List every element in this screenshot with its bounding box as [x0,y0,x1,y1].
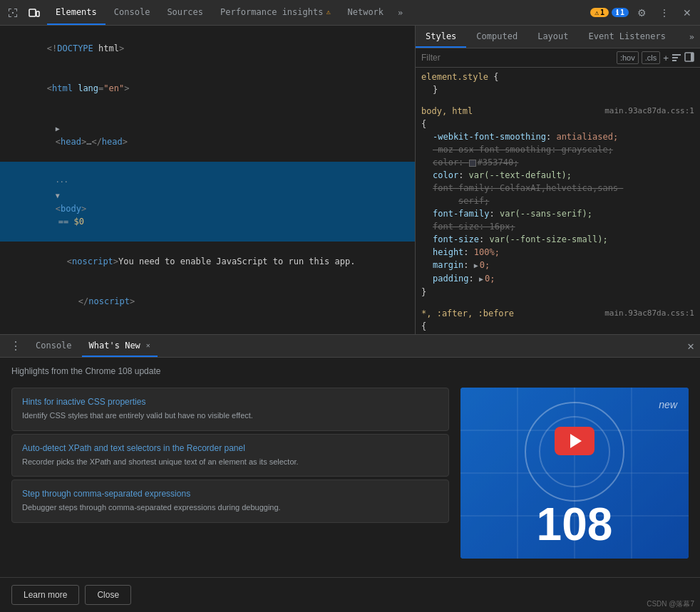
tab-elements[interactable]: Elements [47,0,105,25]
whats-new-content: Highlights from the Chrome 108 update Hi… [0,358,700,577]
devtools-toolbar: Elements Console Sources Performance ins… [0,0,700,26]
video-number: 108 [537,502,613,547]
feature-desc: Recorder picks the XPath and shortest un… [22,456,438,468]
tab-whats-new[interactable]: What's New ✕ [82,335,158,357]
footer-credit: CSDN @落幕7 [647,599,694,609]
tab-layout[interactable]: Layout [527,26,578,48]
html-line[interactable]: <html lang="en"> [0,68,415,108]
toggle-sidebar-btn[interactable] [684,52,694,64]
tab-network[interactable]: Network [339,0,392,25]
tab-computed[interactable]: Computed [466,26,527,48]
css-rule-element-style: element.style { } [421,71,694,96]
feature-title: Hints for inactive CSS properties [22,397,438,407]
bottom-toolbar: ⋮ Console What's New ✕ ✕ [0,335,700,358]
feature-card-step-through[interactable]: Step through comma-separated expressions… [11,479,449,523]
whats-new-header: Highlights from the Chrome 108 update [11,366,689,376]
performance-icon: ⚠ [326,8,330,16]
html-line-body[interactable]: ··· ▼ <body> == $0 [0,162,415,242]
tab-event-listeners[interactable]: Event Listeners [579,26,676,48]
learn-more-btn[interactable]: Learn more [11,585,79,605]
html-line[interactable]: </noscript> [0,281,415,321]
tab-sources[interactable]: Sources [158,0,212,25]
toolbar-icons [3,3,44,23]
hov-filter-btn[interactable]: :hov [617,51,639,64]
tab-console-bottom[interactable]: Console [29,335,79,357]
settings-btn[interactable]: ⚙ [632,3,652,23]
close-devtools-btn[interactable]: ✕ [677,3,697,23]
toolbar-right: ⚠1 ℹ1 ⚙ ⋮ ✕ [590,3,697,23]
tab-console[interactable]: Console [105,0,159,25]
filter-icons: :hov .cls + [617,51,694,64]
play-triangle [570,434,582,448]
svg-rect-1 [36,11,39,16]
close-whats-new-tab[interactable]: ✕ [146,341,150,349]
video-badge: new [659,399,677,410]
new-style-rule-btn[interactable] [671,52,681,64]
styles-filter-bar: :hov .cls + [416,48,700,68]
svg-rect-2 [672,54,681,56]
styles-tabs: Styles Computed Layout Event Listeners » [416,26,700,48]
bottom-actions: Learn more Close [0,577,700,612]
device-toolbar-btn[interactable] [24,3,44,23]
add-style-btn[interactable]: + [663,53,669,63]
feature-cards: Hints for inactive CSS properties Identi… [11,388,689,569]
css-file-link[interactable]: main.93ac87da.css:1 [604,105,694,118]
tab-performance[interactable]: Performance insights ⚠ [212,0,339,25]
more-options-btn[interactable]: ⋮ [654,3,674,23]
video-play-btn[interactable] [555,427,595,455]
css-file-link-2[interactable]: main.93ac87da.css:1 [604,307,694,320]
feature-desc: Debugger steps through comma-separated e… [22,502,438,514]
feature-desc: Identify CSS styles that are entirely va… [22,410,438,422]
svg-rect-6 [691,53,694,61]
html-line[interactable]: <!DOCTYPE html> [0,28,415,68]
css-rule-body-html: body, html main.93ac87da.css:1 { -webkit… [421,105,694,299]
more-style-tabs-btn[interactable]: » [684,26,700,48]
inspect-element-btn[interactable] [3,3,23,23]
feature-title: Auto-detect XPath and text selectors in … [22,443,438,453]
svg-rect-3 [672,57,678,58]
warning-badge: ⚠1 [590,8,609,17]
styles-filter-input[interactable] [421,53,614,63]
svg-rect-0 [29,9,36,16]
info-badge: ℹ1 [612,8,629,17]
html-line[interactable]: ▶ <head>…</head> [0,108,415,162]
cls-filter-btn[interactable]: .cls [642,51,661,64]
tab-styles[interactable]: Styles [416,26,466,48]
main-tab-bar: Elements Console Sources Performance ins… [47,0,590,25]
bottom-dots-menu[interactable]: ⋮ [6,339,26,353]
more-tabs-btn[interactable]: » [392,0,408,25]
feature-title: Step through comma-separated expressions [22,489,438,499]
close-btn[interactable]: Close [85,585,131,605]
color-swatch [469,160,476,167]
close-bottom-panel-btn[interactable]: ✕ [687,339,694,353]
html-line[interactable]: <noscript>You need to enable JavaScript … [0,242,415,281]
feature-list: Hints for inactive CSS properties Identi… [11,388,449,569]
svg-rect-4 [672,60,676,61]
video-thumbnail[interactable]: new 108 [460,388,689,559]
bottom-panel: ⋮ Console What's New ✕ ✕ Highlights from… [0,334,700,612]
feature-card-hint-css[interactable]: Hints for inactive CSS properties Identi… [11,388,449,431]
feature-card-xpath[interactable]: Auto-detect XPath and text selectors in … [11,434,449,477]
